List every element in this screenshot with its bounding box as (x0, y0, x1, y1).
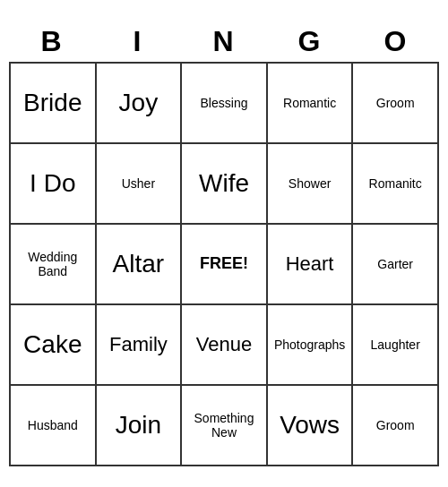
bingo-cell: Usher (97, 144, 183, 225)
bingo-cell: Altar (97, 225, 183, 305)
bingo-cell: Laughter (353, 305, 439, 386)
bingo-cell: Photographs (268, 305, 354, 386)
bingo-cell: Venue (182, 305, 268, 386)
header-letter: O (353, 21, 439, 62)
bingo-cell: I Do (11, 144, 97, 225)
header-letter: G (267, 21, 353, 62)
bingo-cell: Bride (11, 64, 97, 144)
bingo-header: BINGO (9, 21, 439, 62)
bingo-cell: Wife (182, 144, 268, 225)
bingo-cell: Wedding Band (11, 225, 97, 305)
bingo-cell: Shower (268, 144, 354, 225)
header-letter: B (9, 21, 95, 62)
bingo-cell: Romanitc (353, 144, 439, 225)
bingo-cell: Joy (97, 64, 183, 144)
bingo-cell: Romantic (268, 64, 354, 144)
bingo-cell: Something New (182, 386, 268, 466)
bingo-cell: FREE! (182, 225, 268, 305)
header-letter: I (95, 21, 181, 62)
bingo-cell: Vows (268, 386, 354, 466)
bingo-cell: Husband (11, 386, 97, 466)
bingo-cell: Groom (353, 64, 439, 144)
bingo-card: BINGO BrideJoyBlessingRomanticGroomI DoU… (9, 21, 439, 466)
bingo-cell: Blessing (182, 64, 268, 144)
bingo-cell: Family (97, 305, 183, 386)
bingo-cell: Groom (353, 386, 439, 466)
bingo-cell: Join (97, 386, 183, 466)
bingo-grid: BrideJoyBlessingRomanticGroomI DoUsherWi… (9, 62, 439, 466)
header-letter: N (181, 21, 267, 62)
bingo-cell: Cake (11, 305, 97, 386)
bingo-cell: Heart (268, 225, 354, 305)
bingo-cell: Garter (353, 225, 439, 305)
